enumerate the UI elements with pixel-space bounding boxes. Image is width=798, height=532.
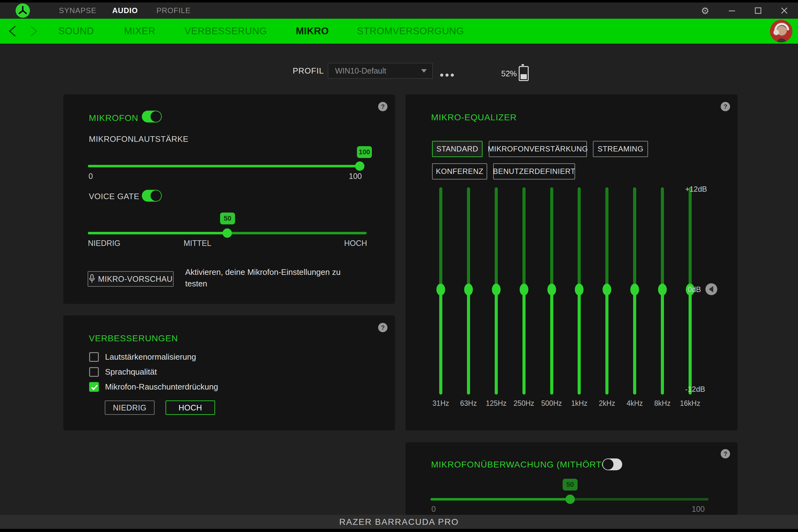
- preset-streaming-button[interactable]: STREAMING: [593, 141, 648, 157]
- eq-slider-track[interactable]: [661, 187, 664, 395]
- eq-slider-thumb[interactable]: [547, 284, 556, 296]
- help-icon[interactable]: ?: [721, 102, 730, 111]
- eq-slider-track[interactable]: [605, 187, 608, 395]
- tab-synapse[interactable]: SYNAPSE: [59, 2, 96, 19]
- more-options-icon[interactable]: [440, 74, 454, 77]
- eq-band-31hz[interactable]: 31Hz: [431, 187, 451, 395]
- monitoring-toggle[interactable]: [602, 458, 622, 470]
- preset-custom-button[interactable]: BENUTZERDEFINIERT: [493, 163, 575, 179]
- eq-band-8khz[interactable]: 8kHz: [652, 187, 673, 395]
- eq-slider-thumb[interactable]: [575, 284, 584, 296]
- suppression-level-high-button[interactable]: HOCH: [166, 400, 215, 415]
- monitoring-title: MIKROFONÜBERWACHUNG (MITHÖRTON): [431, 460, 619, 470]
- mic-volume-label: MIKROFONLAUTSTÄRKE: [89, 134, 189, 144]
- eq-slider-track[interactable]: [633, 187, 636, 395]
- device-name: RAZER BARRACUDA PRO: [339, 517, 458, 527]
- back-arrow-icon[interactable]: [6, 24, 19, 38]
- eq-slider-track[interactable]: [522, 187, 526, 395]
- mic-volume-min: 0: [89, 172, 93, 181]
- eq-band-250hz[interactable]: 250Hz: [514, 187, 534, 395]
- eq-band-label: 8kHz: [654, 399, 670, 407]
- close-icon[interactable]: [777, 4, 791, 17]
- eq-band-1khz[interactable]: 1kHz: [569, 187, 589, 395]
- battery-percent: 52%: [501, 69, 517, 78]
- preset-conference-button[interactable]: KONFERENZ: [432, 163, 487, 179]
- tab-profile[interactable]: PROFILE: [156, 2, 191, 19]
- eq-slider-thumb[interactable]: [492, 284, 501, 296]
- preset-mic-boost-button[interactable]: MIKROFONVERSTÄRKUNG: [489, 141, 587, 157]
- help-icon[interactable]: ?: [378, 323, 387, 332]
- eq-slider-track[interactable]: [439, 187, 442, 395]
- forward-arrow-icon[interactable]: [27, 24, 40, 38]
- eq-band-63hz[interactable]: 63Hz: [458, 187, 479, 395]
- settings-gear-icon[interactable]: ⚙: [698, 4, 712, 17]
- eq-slider-thumb[interactable]: [603, 284, 611, 296]
- mic-toggle[interactable]: [142, 111, 162, 122]
- eq-band-500hz[interactable]: 500Hz: [542, 187, 562, 395]
- nav-tab-mikro[interactable]: MIKRO: [296, 19, 329, 44]
- db-mid-label: 0dB: [688, 285, 701, 294]
- checkbox-volume-normalization[interactable]: [89, 352, 99, 362]
- eq-band-label: 125Hz: [486, 399, 507, 407]
- checkbox-row[interactable]: Sprachqualität: [89, 367, 157, 377]
- voice-gate-slider-thumb[interactable]: [223, 228, 232, 238]
- checkbox-noise-suppression[interactable]: [89, 382, 99, 392]
- eq-slider-track[interactable]: [550, 187, 553, 395]
- window-bottom-edge: [0, 529, 798, 532]
- mic-volume-slider[interactable]: [88, 165, 364, 167]
- voice-gate-slider[interactable]: [88, 232, 366, 234]
- battery-icon: [519, 66, 529, 81]
- monitoring-slider[interactable]: [431, 498, 708, 500]
- monitoring-min: 0: [432, 505, 436, 514]
- eq-band-2khz[interactable]: 2kHz: [596, 187, 617, 395]
- eq-slider-track[interactable]: [495, 187, 498, 395]
- voice-gate-toggle[interactable]: [142, 190, 162, 202]
- nav-tab-mixer[interactable]: MIXER: [124, 19, 155, 44]
- checkbox-row[interactable]: Lautstärkenormalisierung: [89, 352, 196, 362]
- razer-logo-icon[interactable]: [16, 3, 30, 18]
- nav-tab-verbesserung[interactable]: VERBESSERUNG: [185, 19, 267, 44]
- mic-volume-value-badge: 100: [357, 146, 372, 158]
- mic-panel-title: MIKROFON: [89, 113, 138, 123]
- db-min-label: -12dB: [685, 385, 705, 394]
- mic-volume-max: 100: [349, 172, 362, 181]
- eq-slider-thumb[interactable]: [436, 284, 445, 296]
- equalizer-sliders: 31Hz 63Hz 125Hz 250Hz 500Hz: [431, 187, 700, 395]
- mic-preview-button[interactable]: MIKRO-VORSCHAU: [88, 271, 174, 287]
- nav-tab-stromversorgung[interactable]: STROMVERSORGUNG: [357, 19, 464, 44]
- eq-band-125hz[interactable]: 125Hz: [486, 187, 507, 395]
- checkbox-row[interactable]: Mikrofon-Rauschunterdrückung: [89, 382, 218, 392]
- mic-preview-hint: Aktivieren, deine Mikrofon-Einstellungen…: [185, 266, 363, 289]
- preset-standard-button[interactable]: STANDARD: [432, 141, 482, 157]
- nav-tab-sound[interactable]: SOUND: [58, 19, 94, 44]
- eq-slider-thumb[interactable]: [630, 284, 639, 296]
- help-icon[interactable]: ?: [721, 449, 730, 458]
- minimize-icon[interactable]: [725, 4, 739, 17]
- tab-audio[interactable]: AUDIO: [112, 2, 138, 19]
- eq-slider-track[interactable]: [577, 187, 581, 395]
- monitoring-slider-thumb[interactable]: [566, 495, 575, 504]
- eq-band-label: 16kHz: [680, 399, 700, 407]
- checkbox-label: Mikrofon-Rauschunterdrückung: [105, 382, 218, 392]
- mic-volume-slider-thumb[interactable]: [355, 162, 364, 171]
- user-avatar[interactable]: [770, 20, 792, 42]
- checkbox-label: Sprachqualität: [105, 367, 157, 377]
- eq-slider-thumb[interactable]: [658, 284, 667, 296]
- profile-label: PROFIL: [293, 66, 324, 76]
- eq-band-label: 2kHz: [599, 399, 615, 407]
- checkbox-label: Lautstärkenormalisierung: [105, 352, 196, 362]
- suppression-level-low-button[interactable]: NIEDRIG: [105, 400, 155, 415]
- help-icon[interactable]: ?: [378, 102, 387, 111]
- eq-slider-thumb[interactable]: [464, 284, 473, 296]
- enhancements-title: VERBESSERUNGEN: [89, 334, 178, 343]
- eq-slider-track[interactable]: [467, 187, 470, 395]
- checkbox-speech-quality[interactable]: [89, 367, 99, 377]
- eq-band-4khz[interactable]: 4kHz: [624, 187, 645, 395]
- eq-slider-thumb[interactable]: [520, 284, 528, 296]
- profile-dropdown[interactable]: WIN10-Default: [328, 63, 433, 78]
- enhancements-panel: ? VERBESSERUNGEN Lautstärkenormalisierun…: [63, 316, 395, 431]
- eq-band-label: 1kHz: [571, 399, 587, 407]
- titlebar-background: SYNAPSE AUDIO PROFILE ⚙: [0, 2, 798, 19]
- maximize-icon[interactable]: [751, 4, 765, 17]
- eq-reset-button[interactable]: [705, 283, 717, 295]
